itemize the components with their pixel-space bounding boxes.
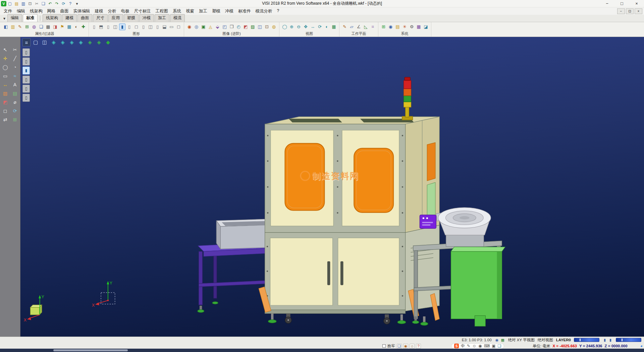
- view-iso-ne-icon[interactable]: ◈: [50, 38, 58, 46]
- range-tick-left-icon[interactable]: ▮: [602, 338, 607, 342]
- machine-feet[interactable]: [268, 313, 428, 325]
- open-file-icon[interactable]: ▤: [13, 1, 20, 7]
- zoom-all-icon[interactable]: ◯: [281, 24, 288, 30]
- workplane-edit-icon[interactable]: ✎: [341, 24, 348, 30]
- render-display-icon[interactable]: ▮: [119, 24, 125, 30]
- tab[interactable]: 塑膜: [124, 14, 139, 22]
- sogou-logo-icon[interactable]: S: [454, 344, 459, 348]
- text-icon[interactable]: A: [11, 81, 19, 88]
- ime-keyboard-icon[interactable]: ⌨: [484, 344, 490, 348]
- view-top-icon[interactable]: ◈: [86, 38, 94, 46]
- mdi-minimize-button[interactable]: −: [617, 8, 625, 14]
- diameter-icon[interactable]: ⌀: [11, 98, 19, 106]
- wireframe-mode-icon[interactable]: ▯: [22, 85, 30, 93]
- burst-icon[interactable]: ✳: [401, 24, 408, 30]
- maximize-button[interactable]: □: [614, 0, 629, 7]
- color-swatch-icon[interactable]: ◩: [1, 98, 9, 106]
- hidden-line-icon[interactable]: ▯: [105, 24, 111, 30]
- corner-view-icon[interactable]: ◰: [221, 24, 228, 30]
- box-display-icon[interactable]: ▭: [168, 24, 175, 30]
- circle-icon[interactable]: ◯: [1, 63, 9, 71]
- new-file-icon[interactable]: ▢: [7, 1, 13, 7]
- network-status-icon[interactable]: ◕: [640, 344, 643, 348]
- zoom-out-icon[interactable]: ⊖: [296, 24, 302, 30]
- mask-filter-icon[interactable]: ◨: [52, 24, 58, 30]
- tab[interactable]: 线架构: [43, 14, 61, 22]
- pan-icon[interactable]: ✥: [303, 24, 309, 30]
- fit-view-icon[interactable]: ↔: [310, 24, 316, 30]
- hatch-icon[interactable]: ▨: [1, 89, 9, 97]
- wireframe-display-icon[interactable]: ▯: [91, 24, 97, 30]
- gallery-icon[interactable]: ◍: [271, 24, 277, 30]
- mdi-restore-button[interactable]: ⊡: [626, 8, 634, 14]
- redo-icon[interactable]: ↷: [54, 1, 60, 7]
- view-bottom-icon[interactable]: ◈: [95, 38, 103, 46]
- save-file-icon[interactable]: ▥: [20, 1, 26, 7]
- view-shaded-icon[interactable]: ◆: [104, 38, 112, 46]
- help-icon[interactable]: ?: [67, 1, 73, 7]
- tab[interactable]: 建模: [62, 14, 77, 22]
- dimension-icon[interactable]: ↔: [1, 81, 9, 88]
- menu-item[interactable]: 塑模: [210, 7, 223, 15]
- matrix-icon[interactable]: ▦: [416, 24, 422, 30]
- light-icon[interactable]: ◬: [207, 24, 214, 30]
- gray-bin[interactable]: [216, 219, 271, 249]
- snapshot-icon[interactable]: ⊡: [264, 24, 270, 30]
- clock-view-icon[interactable]: ◴: [235, 24, 242, 30]
- edge-display-icon[interactable]: ◻: [133, 24, 140, 30]
- list-icon[interactable]: ▤: [394, 24, 401, 30]
- copy-icon[interactable]: ❏: [40, 1, 47, 7]
- menu-item[interactable]: ?: [275, 7, 282, 15]
- line-icon[interactable]: ╱: [11, 54, 19, 62]
- view-front-icon[interactable]: ▢: [32, 38, 40, 46]
- view-grid-icon[interactable]: ▦: [500, 338, 505, 342]
- frame-icon[interactable]: ❒: [228, 24, 235, 30]
- curve-icon[interactable]: ≈: [11, 72, 19, 80]
- view-iso-nw-icon[interactable]: ◈: [59, 38, 67, 46]
- select-icon[interactable]: ↖: [1, 46, 9, 53]
- mdi-close-button[interactable]: ×: [635, 8, 642, 14]
- attr-layer-icon[interactable]: ◧: [3, 24, 9, 30]
- menu-item[interactable]: 冲模: [223, 7, 236, 15]
- tab-overflow-icon[interactable]: ▾: [1, 16, 7, 22]
- green-box[interactable]: [451, 247, 505, 326]
- zoom-target-icon[interactable]: ◉: [403, 344, 408, 349]
- shade-edges-icon[interactable]: ⬓: [161, 24, 168, 30]
- tab[interactable]: 标准: [23, 14, 38, 22]
- section-icon[interactable]: ▯: [22, 57, 30, 65]
- ghost-display-icon[interactable]: ◫: [112, 24, 118, 30]
- qat-dropdown-icon[interactable]: ▾: [74, 1, 80, 7]
- mirror-icon[interactable]: ⇄: [1, 116, 9, 123]
- grid-plane-icon[interactable]: ⌗: [370, 24, 376, 30]
- transparent-display-icon[interactable]: ▯: [126, 24, 132, 30]
- cut-icon[interactable]: ✂: [34, 1, 40, 7]
- controller-box[interactable]: [420, 215, 436, 228]
- rotate-icon[interactable]: ⟳: [11, 107, 19, 115]
- minimize-button[interactable]: −: [600, 0, 614, 7]
- delete-icon[interactable]: ◻: [1, 107, 9, 115]
- texture-icon[interactable]: ▣: [200, 24, 207, 30]
- filter-grid-icon[interactable]: ⊞: [24, 24, 30, 30]
- angle-icon[interactable]: ∠: [356, 24, 362, 30]
- level-filter-icon[interactable]: ▦: [66, 24, 72, 30]
- attr-table-icon[interactable]: ▥: [10, 24, 16, 30]
- viewport-menu-icon[interactable]: ≡: [22, 38, 31, 46]
- system-grid-icon[interactable]: ⊞: [380, 24, 387, 30]
- rectangle-icon[interactable]: ▭: [1, 72, 9, 80]
- hatch-filter-icon[interactable]: ▩: [45, 24, 51, 30]
- layers-icon[interactable]: ▤: [11, 89, 19, 97]
- pattern-icon[interactable]: ▨: [250, 24, 256, 30]
- close-button[interactable]: ×: [629, 0, 644, 7]
- screenshot-icon[interactable]: ❏: [497, 344, 501, 348]
- section-display-icon[interactable]: ◫: [147, 24, 154, 30]
- arc-icon[interactable]: ◔: [11, 63, 19, 71]
- trim-icon[interactable]: ✂: [11, 46, 19, 53]
- workplane-icon[interactable]: ▱: [348, 24, 355, 30]
- world-icon[interactable]: ◉: [387, 24, 394, 30]
- tab[interactable]: 编辑: [7, 14, 22, 22]
- snap-lock-checkbox[interactable]: [382, 344, 386, 348]
- range-tick-right-icon[interactable]: ▮: [608, 338, 613, 342]
- menu-item[interactable]: 加工: [197, 7, 210, 15]
- ime-mic-icon[interactable]: ◉: [478, 344, 482, 348]
- signal-tower[interactable]: [402, 77, 413, 120]
